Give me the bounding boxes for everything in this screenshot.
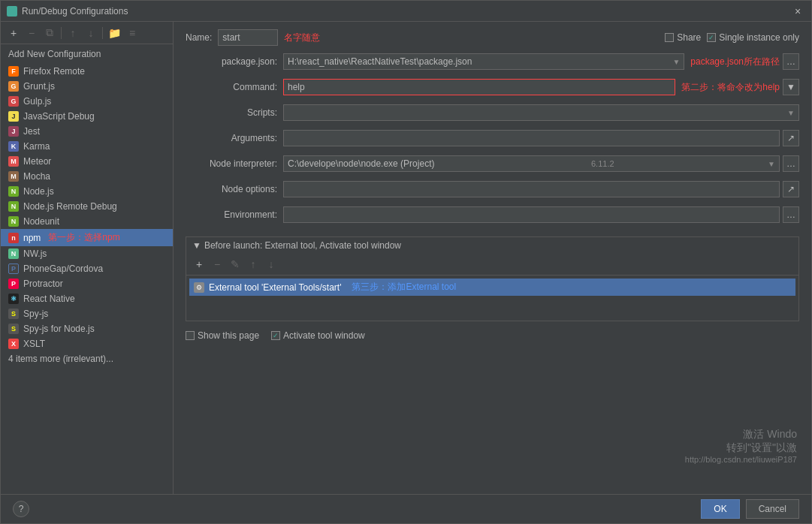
xslt-icon: X [8, 339, 19, 349]
node-interpreter-browse-button[interactable]: … [783, 155, 799, 172]
config-item-grunt[interactable]: G Grunt.js [1, 79, 173, 94]
bottom-bar: ? OK Cancel [1, 494, 811, 523]
config-item-phonegap[interactable]: P PhoneGap/Cordova [1, 261, 173, 276]
config-item-nodejs[interactable]: N Node.js [1, 184, 173, 199]
config-item-xslt[interactable]: X XSLT [1, 336, 173, 351]
environment-label: Environment: [186, 209, 283, 220]
noderemote-icon: N [8, 201, 19, 212]
help-button[interactable]: ? [13, 501, 29, 517]
before-launch-down-button[interactable]: ↓ [263, 256, 279, 273]
environment-browse-button[interactable]: … [783, 206, 799, 223]
protractor-icon: P [8, 279, 19, 289]
remove-button[interactable]: − [23, 25, 40, 41]
grunt-icon: G [8, 81, 19, 92]
move-down-button[interactable]: ↓ [83, 25, 99, 41]
package-json-annotation: package.json所在路径 [690, 56, 780, 68]
meteor-icon: M [8, 156, 19, 167]
config-item-mocha[interactable]: M Mocha [1, 169, 173, 184]
config-item-label: npm [23, 233, 41, 243]
name-row: Name: 名字随意 Share Single instance only [186, 29, 799, 46]
single-instance-checkbox[interactable] [707, 33, 716, 42]
more-items-label: 4 items more (irrelevant)... [8, 354, 113, 364]
spynode-icon: S [8, 324, 19, 334]
config-item-noderemote[interactable]: N Node.js Remote Debug [1, 199, 173, 214]
config-item-label: JavaScript Debug [23, 111, 95, 122]
show-page-checkbox[interactable] [186, 331, 195, 340]
toolbar-separator-2 [102, 27, 103, 39]
before-launch-edit-button[interactable]: ✎ [227, 256, 243, 273]
nw-icon: N [8, 248, 19, 259]
config-item-karma[interactable]: K Karma [1, 139, 173, 154]
config-item-protractor[interactable]: P Protractor [1, 276, 173, 291]
phonegap-icon: P [8, 264, 19, 274]
add-button[interactable]: + [5, 25, 22, 41]
external-tool-icon: ⚙ [194, 282, 204, 293]
npm-icon: n [8, 233, 19, 243]
config-item-label: Protractor [23, 279, 63, 289]
cancel-button[interactable]: Cancel [746, 499, 799, 519]
arguments-input[interactable] [283, 130, 780, 146]
section-header: Add New Configuration [1, 44, 173, 64]
config-item-label: Karma [23, 141, 50, 152]
package-json-input[interactable]: H:\react_native\ReactNativeTest\package.… [283, 53, 684, 70]
config-item-react[interactable]: ⚛ React Native [1, 291, 173, 306]
title-bar: Run/Debug Configurations × [1, 1, 811, 22]
config-item-label: React Native [23, 294, 75, 304]
name-input[interactable] [218, 29, 278, 46]
config-item-jest[interactable]: J Jest [1, 124, 173, 139]
launch-item[interactable]: ⚙ External tool 'External Tools/start' 第… [189, 279, 795, 296]
package-json-label: package.json: [186, 56, 283, 67]
config-item-nw[interactable]: N NW.js [1, 246, 173, 261]
config-item-label: PhoneGap/Cordova [23, 264, 103, 274]
bottom-right-buttons: OK Cancel [701, 499, 799, 519]
config-item-firefox[interactable]: F Firefox Remote [1, 64, 173, 79]
single-instance-checkbox-row: Single instance only [707, 32, 799, 43]
single-instance-label: Single instance only [719, 32, 799, 43]
before-launch-up-button[interactable]: ↑ [245, 256, 261, 273]
config-item-spy[interactable]: S Spy-js [1, 306, 173, 321]
config-item-more[interactable]: 4 items more (irrelevant)... [1, 351, 173, 366]
jest-icon: J [8, 126, 19, 137]
before-launch-section: ▼ Before launch: External tool, Activate… [186, 236, 799, 321]
collapse-icon: ▼ [192, 240, 201, 251]
package-json-browse-button[interactable]: … [783, 53, 799, 70]
activate-tool-checkbox[interactable] [271, 331, 280, 340]
before-launch-add-button[interactable]: + [191, 256, 207, 273]
show-page-checkbox-row: Show this page [186, 330, 259, 341]
scripts-label: Scripts: [186, 107, 283, 118]
config-item-spynode[interactable]: S Spy-js for Node.js [1, 321, 173, 336]
ok-button[interactable]: OK [701, 499, 739, 519]
copy-button[interactable]: ⧉ [41, 25, 58, 41]
move-up-button[interactable]: ↑ [65, 25, 81, 41]
activate-tool-label: Activate tool window [283, 330, 365, 341]
before-launch-remove-button[interactable]: − [209, 256, 225, 273]
command-combo-button[interactable]: ▼ [783, 79, 799, 95]
config-item-label: Gulp.js [23, 96, 51, 107]
config-item-gulp[interactable]: G Gulp.js [1, 94, 173, 109]
close-button[interactable]: × [790, 4, 805, 19]
node-options-input[interactable] [283, 181, 780, 197]
folder-button[interactable]: 📁 [106, 25, 122, 41]
scripts-input[interactable]: ▼ [283, 104, 799, 121]
node-interpreter-input[interactable]: C:\develope\node\node.exe (Project) 6.11… [283, 155, 780, 172]
config-item-nodeunit[interactable]: N Nodeunit [1, 214, 173, 229]
left-toolbar: + − ⧉ ↑ ↓ 📁 ≡ [1, 22, 173, 44]
window-title: Run/Debug Configurations [22, 6, 128, 17]
arguments-expand-button[interactable]: ↗ [783, 130, 799, 146]
sort-button[interactable]: ≡ [124, 25, 140, 41]
node-interpreter-value: C:\develope\node\node.exe (Project) [288, 158, 434, 169]
package-json-field: H:\react_native\ReactNativeTest\package.… [283, 53, 799, 70]
node-options-expand-button[interactable]: ↗ [783, 181, 799, 197]
scripts-field: ▼ [283, 104, 799, 121]
environment-row: Environment: … [186, 205, 799, 224]
config-item-meteor[interactable]: M Meteor [1, 154, 173, 169]
environment-input[interactable] [283, 206, 780, 223]
config-item-npm[interactable]: n npm 第一步：选择npm [1, 229, 173, 246]
before-launch-header[interactable]: ▼ Before launch: External tool, Activate… [186, 237, 798, 254]
show-page-label: Show this page [198, 330, 259, 341]
share-checkbox[interactable] [665, 33, 674, 42]
scripts-row: Scripts: ▼ [186, 103, 799, 122]
bottom-left: ? [13, 501, 29, 517]
command-input[interactable] [283, 79, 675, 95]
config-item-jsdebug[interactable]: J JavaScript Debug [1, 109, 173, 124]
